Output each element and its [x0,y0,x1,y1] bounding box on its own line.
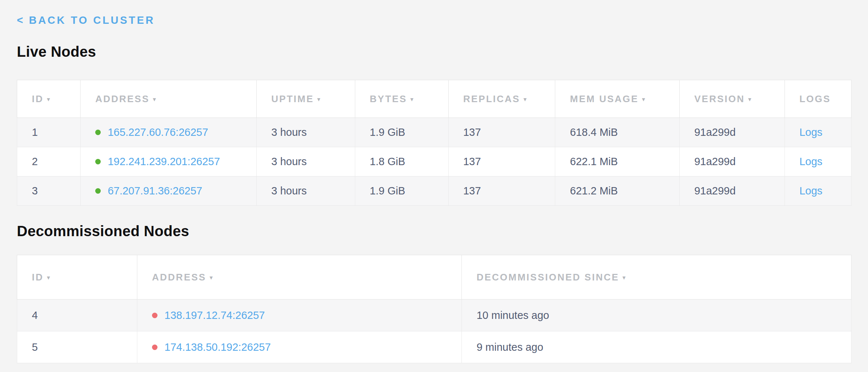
column-header-uptime[interactable]: UPTIME▾ [256,80,355,118]
node-address-cell: 192.241.239.201:26257 [81,147,257,176]
column-header-label: ADDRESS [152,272,206,283]
column-header-label: DECOMMISSIONED SINCE [476,272,619,283]
node-replicas-cell: 137 [448,118,555,147]
live-status-icon [95,130,101,135]
decommissioned-since-cell: 10 minutes ago [462,300,852,331]
node-logs-cell: Logs [784,176,851,206]
back-to-cluster-link[interactable]: < BACK TO CLUSTER [17,14,155,26]
table-row: 3 67.207.91.36:26257 3 hours 1.9 GiB 137… [17,176,852,206]
sort-arrow-icon: ▾ [410,96,415,103]
node-address-link[interactable]: 174.138.50.192:26257 [164,341,271,353]
node-id-cell: 5 [17,331,137,363]
node-address-link[interactable]: 67.207.91.36:26257 [108,185,202,197]
node-version-cell: 91a299d [679,176,784,206]
column-header-id[interactable]: ID▾ [17,80,81,118]
decommissioned-since-cell: 9 minutes ago [462,331,852,363]
column-header-label: BYTES [370,93,407,104]
node-bytes-cell: 1.8 GiB [355,147,448,176]
table-row: 4 138.197.12.74:26257 10 minutes ago [17,300,852,331]
column-header-mem-usage[interactable]: MEM USAGE▾ [555,80,679,118]
sort-arrow-icon: ▾ [748,96,753,103]
column-header-decommissioned-since[interactable]: DECOMMISSIONED SINCE▾ [462,255,852,300]
decommissioned-nodes-title: Decommissioned Nodes [17,223,852,239]
sort-arrow-icon: ▾ [642,96,646,103]
node-uptime-cell: 3 hours [256,176,355,206]
node-address-cell: 67.207.91.36:26257 [81,176,257,206]
node-id-cell: 1 [17,118,81,147]
sort-arrow-icon: ▾ [523,96,528,103]
node-logs-cell: Logs [784,118,851,147]
live-status-icon [95,159,101,164]
decommissioned-status-icon [152,345,157,350]
node-address-cell: 138.197.12.74:26257 [137,300,462,331]
live-nodes-header-row: ID▾ ADDRESS▾ UPTIME▾ BYTES▾ REPLICAS▾ ME… [17,80,852,118]
cluster-nodes-page: < BACK TO CLUSTER Live Nodes ID▾ ADDRESS… [0,0,868,363]
node-address-link[interactable]: 138.197.12.74:26257 [164,309,265,321]
column-header-id[interactable]: ID▾ [17,255,137,300]
back-chevron-icon: < [17,14,23,26]
table-row: 1 165.227.60.76:26257 3 hours 1.9 GiB 13… [17,118,852,147]
node-address-cell: 165.227.60.76:26257 [81,118,257,147]
node-id-cell: 4 [17,300,137,331]
node-version-cell: 91a299d [679,147,784,176]
live-status-icon [95,188,101,194]
node-replicas-cell: 137 [448,176,555,206]
node-uptime-cell: 3 hours [256,118,355,147]
node-mem-usage-cell: 622.1 MiB [555,147,679,176]
sort-arrow-icon: ▾ [47,274,51,281]
column-header-label: ID [32,93,44,104]
node-id-cell: 2 [17,147,81,176]
node-logs-cell: Logs [784,147,851,176]
decommissioned-nodes-header-row: ID▾ ADDRESS▾ DECOMMISSIONED SINCE▾ [17,255,852,300]
column-header-label: ADDRESS [95,93,149,104]
column-header-label: REPLICAS [463,93,520,104]
back-link-label: BACK TO CLUSTER [29,14,155,26]
decommissioned-status-icon [152,313,157,318]
live-nodes-table: ID▾ ADDRESS▾ UPTIME▾ BYTES▾ REPLICAS▾ ME… [17,80,852,206]
node-bytes-cell: 1.9 GiB [355,118,448,147]
node-mem-usage-cell: 618.4 MiB [555,118,679,147]
decommissioned-nodes-table: ID▾ ADDRESS▾ DECOMMISSIONED SINCE▾ 4 138… [17,255,852,363]
node-replicas-cell: 137 [448,147,555,176]
back-row: < BACK TO CLUSTER [17,14,852,26]
table-row: 5 174.138.50.192:26257 9 minutes ago [17,331,852,363]
node-bytes-cell: 1.9 GiB [355,176,448,206]
sort-arrow-icon: ▾ [47,96,51,103]
sort-arrow-icon: ▾ [623,274,627,281]
logs-link[interactable]: Logs [800,126,823,138]
column-header-label: MEM USAGE [570,93,638,104]
logs-link[interactable]: Logs [800,185,823,197]
column-header-version[interactable]: VERSION▾ [679,80,784,118]
table-row: 2 192.241.239.201:26257 3 hours 1.8 GiB … [17,147,852,176]
node-address-cell: 174.138.50.192:26257 [137,331,462,363]
node-version-cell: 91a299d [679,118,784,147]
node-uptime-cell: 3 hours [256,147,355,176]
column-header-bytes[interactable]: BYTES▾ [355,80,448,118]
node-mem-usage-cell: 621.2 MiB [555,176,679,206]
column-header-label: LOGS [800,93,831,104]
column-header-logs: LOGS [784,80,851,118]
sort-arrow-icon: ▾ [153,96,157,103]
logs-link[interactable]: Logs [800,156,823,167]
node-address-link[interactable]: 165.227.60.76:26257 [108,126,208,138]
column-header-label: ID [32,272,44,283]
sort-arrow-icon: ▾ [209,274,214,281]
node-address-link[interactable]: 192.241.239.201:26257 [108,156,220,168]
sort-arrow-icon: ▾ [317,96,322,103]
column-header-address[interactable]: ADDRESS▾ [137,255,462,300]
live-nodes-title: Live Nodes [17,43,852,60]
column-header-replicas[interactable]: REPLICAS▾ [448,80,555,118]
column-header-label: VERSION [694,93,745,104]
node-id-cell: 3 [17,176,81,206]
column-header-label: UPTIME [271,93,314,104]
column-header-address[interactable]: ADDRESS▾ [81,80,257,118]
